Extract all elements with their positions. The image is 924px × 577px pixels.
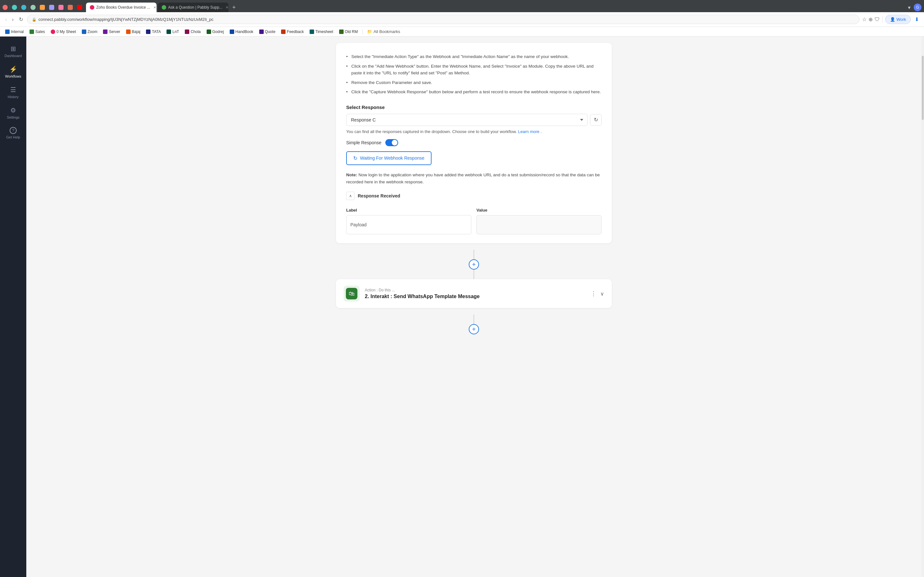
action-subtitle: Action : Do this ...	[365, 288, 584, 292]
profile-avatar[interactable]: G	[914, 3, 921, 11]
bookmark-sales[interactable]: Sales	[27, 29, 47, 35]
bookmarks-bar: Internal Sales 0 My Sheet Zoom Server Ba…	[0, 27, 924, 37]
tab-favicon-btn-1[interactable]	[3, 5, 8, 10]
bookmark-star-icon[interactable]: ☆	[862, 16, 867, 23]
bookmark-quote[interactable]: Quote	[257, 29, 278, 35]
response-received-header: ∧ Response Received	[346, 192, 602, 203]
connector-line-bottom-2	[473, 314, 474, 324]
action-expand-button[interactable]: ∨	[600, 291, 604, 297]
bookmark-chola[interactable]: Chola	[182, 29, 203, 35]
extensions-icon[interactable]: ⊕	[869, 16, 873, 23]
tab-favicon-btn-4[interactable]	[31, 5, 36, 10]
forward-button[interactable]: ›	[11, 15, 15, 24]
refresh-responses-button[interactable]: ↻	[590, 114, 602, 126]
toggle-slider	[385, 139, 398, 146]
tab-label-second: Ask a Question | Pabbly Supp...	[168, 5, 222, 10]
sidebar: ⊞ Dashboard ⚡ Workflows ☰ History ⚙ Sett…	[0, 37, 26, 577]
tab-controls: ▾ G	[906, 3, 921, 12]
action-content: Action : Do this ... 2. Interakt : Send …	[365, 288, 584, 300]
bookmark-oldrm[interactable]: Old RM	[336, 29, 360, 35]
simple-response-label: Simple Response	[346, 140, 381, 145]
sidebar-item-workflows[interactable]: ⚡ Workflows	[2, 62, 24, 81]
tab-favicon-yt[interactable]	[77, 5, 82, 10]
address-icons: ☆ ⊕ 🛡	[862, 16, 880, 23]
note-text: Note: Now login to the application where…	[346, 171, 602, 185]
pabbly2-favicon	[162, 5, 166, 10]
browser-chrome: Zoho Books Overdue Invoice ... ✕ Ask a Q…	[0, 0, 924, 37]
tab-favicon-btn-5[interactable]	[40, 5, 45, 10]
bookmark-tata[interactable]: TATA	[144, 29, 163, 35]
tab-favicon-btn-2[interactable]	[12, 5, 17, 10]
work-label: Work	[897, 17, 906, 22]
scrollbar-track	[921, 37, 924, 577]
simple-response-row: Simple Response	[346, 139, 602, 146]
action-icon-wrap: 🛍	[344, 285, 360, 301]
value-col-header: Value	[477, 208, 602, 213]
sidebar-gethelp-label: Get Help	[6, 135, 20, 139]
label-col-header: Label	[346, 208, 471, 213]
waiting-for-webhook-button[interactable]: ↻ Waiting For Webhook Response	[346, 151, 431, 165]
payload-label-input[interactable]	[346, 215, 471, 234]
tab-second[interactable]: Ask a Question | Pabbly Supp... ✕	[158, 3, 228, 12]
tab-close-second[interactable]: ✕	[226, 5, 228, 10]
select-response-row: Response C Response A Response B ↻	[346, 114, 602, 126]
update-icon[interactable]: ⬇	[913, 15, 920, 24]
tab-favicon-btn-7[interactable]	[58, 5, 63, 10]
connector-line-bottom	[473, 269, 474, 279]
select-response-title: Select Response	[346, 105, 602, 110]
note-content: Now login to the application where you h…	[346, 172, 600, 184]
action-controls: ⋮ ∨	[590, 289, 604, 298]
bookmark-server[interactable]: Server	[100, 29, 123, 35]
tab-active[interactable]: Zoho Books Overdue Invoice ... ✕	[86, 3, 157, 12]
learn-more-link[interactable]: Learn more	[518, 129, 540, 134]
scrollbar-thumb[interactable]	[922, 56, 924, 120]
tab-favicon-btn-3[interactable]	[21, 5, 26, 10]
history-icon: ☰	[10, 86, 16, 93]
add-step-button-1[interactable]: +	[469, 259, 479, 269]
new-tab-button[interactable]: +	[230, 3, 238, 12]
simple-response-toggle[interactable]	[385, 139, 398, 146]
tab-dropdown-arrow[interactable]: ▾	[906, 3, 913, 12]
collapse-response-button[interactable]: ∧	[346, 192, 355, 200]
sidebar-history-label: History	[8, 95, 19, 99]
app-container: ⊞ Dashboard ⚡ Workflows ☰ History ⚙ Sett…	[0, 37, 924, 577]
tab-favicon-btn-8[interactable]	[68, 5, 73, 10]
payload-field-row	[346, 215, 602, 234]
instruction-3: Remove the Custom Parameter and save.	[346, 78, 602, 87]
add-step-connector-2: +	[469, 314, 479, 334]
tab-close-active[interactable]: ✕	[153, 5, 156, 10]
bookmark-handbook[interactable]: HandBook	[227, 29, 256, 35]
bookmark-all[interactable]: 📁 All Bookmarks	[365, 28, 403, 35]
sidebar-workflows-label: Workflows	[5, 74, 21, 78]
back-button[interactable]: ‹	[4, 15, 8, 24]
tab-bar: Zoho Books Overdue Invoice ... ✕ Ask a Q…	[0, 0, 924, 12]
bookmark-bajaj[interactable]: Bajaj	[124, 29, 143, 35]
instruction-4: Click the "Capture Webhook Response" but…	[346, 87, 602, 97]
response-select[interactable]: Response C Response A Response B	[346, 114, 588, 126]
payload-value-textarea[interactable]	[477, 215, 602, 234]
action-more-button[interactable]: ⋮	[590, 289, 598, 298]
sidebar-item-settings[interactable]: ⚙ Settings	[2, 103, 24, 122]
shield-icon[interactable]: 🛡	[875, 17, 880, 23]
sidebar-item-dashboard[interactable]: ⊞ Dashboard	[2, 42, 24, 61]
sidebar-settings-label: Settings	[7, 115, 19, 119]
bookmark-timesheet[interactable]: Timesheet	[307, 29, 336, 35]
sidebar-item-gethelp[interactable]: ? Get Help	[2, 124, 24, 142]
bookmark-feedback[interactable]: Feedback	[278, 29, 306, 35]
reload-button[interactable]: ↻	[18, 15, 24, 24]
work-button[interactable]: 👤 Work	[885, 15, 911, 24]
sidebar-item-history[interactable]: ☰ History	[2, 83, 24, 102]
bookmarks-separator	[362, 29, 363, 34]
webhook-config-card: Select the "Immediate Action Type" as th…	[336, 43, 612, 243]
tab-favicon-btn-6[interactable]	[49, 5, 54, 10]
bookmark-mysheet[interactable]: 0 My Sheet	[48, 29, 79, 35]
add-step-button-2[interactable]: +	[469, 324, 479, 334]
address-input[interactable]: 🔒 connect.pabbly.com/workflow/mapping/Ij…	[27, 15, 859, 24]
bookmark-lnt[interactable]: LnT	[164, 29, 182, 35]
bookmark-internal[interactable]: Internal	[3, 29, 26, 35]
dashboard-icon: ⊞	[11, 45, 16, 53]
bookmark-zoom[interactable]: Zoom	[79, 29, 100, 35]
response-received-title: Response Received	[358, 193, 400, 198]
bookmark-godrej[interactable]: Godrej	[204, 29, 226, 35]
workflows-icon: ⚡	[9, 65, 17, 73]
